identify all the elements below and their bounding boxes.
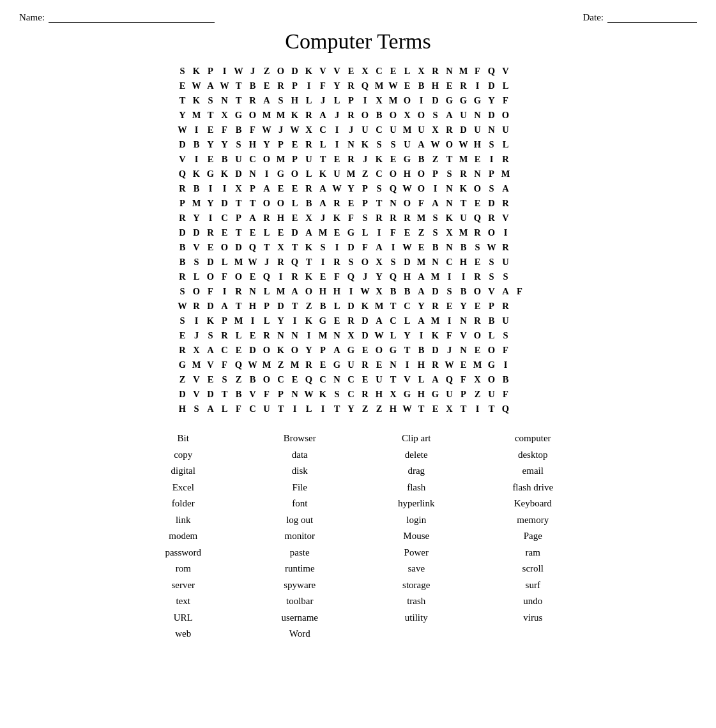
grid-cell: V	[204, 358, 218, 372]
grid-cell: A	[204, 402, 218, 416]
grid-cell: Q	[358, 79, 372, 93]
word-item: utility	[362, 610, 472, 626]
grid-cell: F	[499, 343, 513, 358]
grid-cell: W	[358, 284, 372, 299]
grid-cell: F	[330, 269, 344, 284]
grid-cell: A	[218, 299, 232, 314]
grid-cell: K	[204, 314, 218, 328]
grid-cell: J	[443, 343, 457, 358]
grid-cell: Z	[274, 358, 288, 372]
grid-cell: R	[302, 358, 316, 372]
grid-cell: S	[429, 211, 443, 225]
grid-cell: E	[471, 196, 485, 211]
grid-cell: V	[190, 387, 204, 402]
grid-cell: X	[429, 123, 443, 137]
word-search-grid-container: SKPIWJZODKVVEXCELXRNMFQVEWAWTBERPIFYRQMW…	[19, 64, 697, 416]
grid-cell	[513, 108, 527, 123]
grid-cell: P	[485, 299, 499, 314]
grid-cell: I	[190, 152, 204, 167]
grid-cell: J	[358, 269, 372, 284]
grid-cell: S	[190, 402, 204, 416]
word-item: link	[128, 512, 239, 529]
grid-cell: R	[176, 343, 190, 358]
grid-cell: C	[246, 152, 260, 167]
grid-cell: R	[471, 314, 485, 328]
grid-cell: W	[246, 255, 260, 269]
grid-cell: E	[457, 358, 471, 372]
word-item: spyware	[245, 577, 355, 594]
grid-cell: Q	[443, 372, 457, 387]
grid-cell: E	[204, 123, 218, 137]
grid-cell	[513, 402, 527, 416]
grid-cell: C	[218, 211, 232, 225]
grid-cell: T	[246, 196, 260, 211]
grid-cell: S	[372, 181, 386, 196]
grid-cell: K	[330, 211, 344, 225]
grid-cell: R	[344, 79, 358, 93]
grid-cell	[513, 299, 527, 314]
grid-cell: B	[386, 284, 400, 299]
grid-cell: S	[386, 255, 400, 269]
grid-cell: D	[429, 93, 443, 108]
grid-cell: X	[232, 181, 246, 196]
grid-cell: W	[176, 299, 190, 314]
grid-cell: U	[344, 358, 358, 372]
grid-cell: A	[330, 343, 344, 358]
grid-cell: I	[400, 358, 415, 372]
word-item: Mouse	[362, 528, 472, 545]
grid-cell: A	[415, 284, 429, 299]
grid-cell: J	[344, 123, 358, 137]
grid-cell	[513, 372, 527, 387]
grid-cell: A	[246, 211, 260, 225]
grid-cell: D	[288, 64, 302, 79]
grid-cell: N	[218, 93, 232, 108]
grid-cell: E	[471, 299, 485, 314]
grid-cell: E	[288, 181, 302, 196]
word-item: Clip art	[362, 430, 472, 447]
grid-cell: U	[457, 211, 471, 225]
word-item: flash	[362, 480, 472, 496]
grid-cell: I	[457, 269, 471, 284]
grid-cell: U	[499, 123, 513, 137]
grid-cell	[527, 387, 541, 402]
grid-cell	[513, 328, 527, 343]
grid-cell: X	[190, 343, 204, 358]
grid-cell: Y	[344, 402, 358, 416]
grid-cell: Z	[372, 402, 386, 416]
grid-cell: X	[218, 108, 232, 123]
grid-cell: W	[260, 123, 274, 137]
grid-cell: Z	[260, 64, 274, 79]
grid-cell: X	[443, 402, 457, 416]
grid-cell: O	[485, 343, 499, 358]
grid-cell	[527, 152, 541, 167]
grid-cell: H	[330, 284, 344, 299]
grid-cell	[513, 196, 527, 211]
grid-cell: L	[415, 372, 429, 387]
grid-cell: O	[232, 269, 246, 284]
grid-cell: F	[246, 123, 260, 137]
grid-cell: R	[344, 314, 358, 328]
grid-cell: Y	[372, 269, 386, 284]
grid-cell: M	[190, 108, 204, 123]
grid-cell	[527, 269, 541, 284]
word-item: username	[245, 610, 355, 626]
grid-cell: S	[443, 167, 457, 181]
grid-cell: E	[358, 343, 372, 358]
grid-cell: D	[232, 167, 246, 181]
grid-cell: E	[218, 225, 232, 240]
grid-cell	[527, 372, 541, 387]
grid-cell: I	[302, 79, 316, 93]
grid-cell: V	[330, 64, 344, 79]
grid-cell: L	[400, 64, 415, 79]
grid-cell: R	[232, 284, 246, 299]
grid-cell: K	[372, 152, 386, 167]
grid-cell: L	[232, 328, 246, 343]
grid-cell: A	[499, 181, 513, 196]
grid-cell: R	[260, 328, 274, 343]
grid-cell: N	[457, 314, 471, 328]
grid-cell: F	[415, 196, 429, 211]
grid-cell: E	[274, 181, 288, 196]
grid-cell: K	[443, 211, 457, 225]
grid-cell: D	[274, 299, 288, 314]
grid-cell: M	[190, 196, 204, 211]
